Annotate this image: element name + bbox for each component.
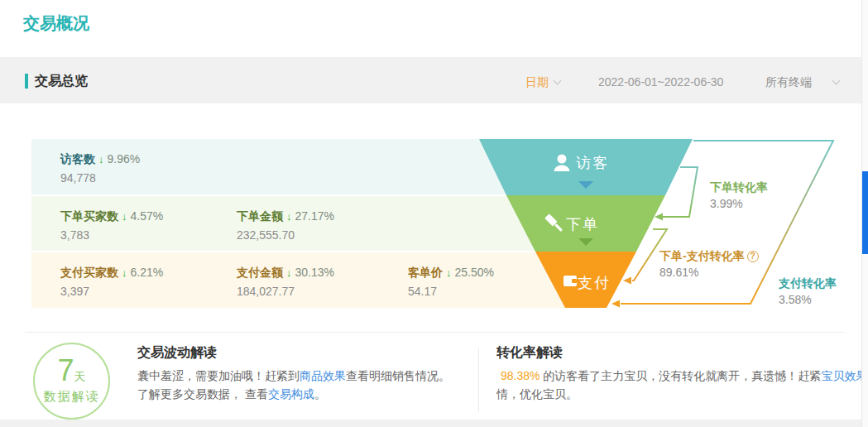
transaction-overview-page: { "page": { "title": "交易概况" }, "icons": … bbox=[0, 0, 868, 427]
scrollbar-thumb[interactable] bbox=[862, 171, 868, 254]
metric-value: 232,555.70 bbox=[237, 227, 334, 243]
bracket-order-conversion bbox=[663, 167, 698, 217]
chevron-down-icon bbox=[832, 77, 841, 85]
arrow-left-icon bbox=[611, 300, 620, 308]
trend-down-icon: ↓ bbox=[122, 210, 127, 223]
metric-order-amount: 下单金额↓27.17% 232,555.70 bbox=[237, 208, 334, 243]
page-title: 交易概况 bbox=[23, 12, 89, 35]
funnel-step-arrow-icon bbox=[578, 238, 593, 246]
badge-unit: 天 bbox=[74, 370, 86, 383]
metric-change: 4.57% bbox=[131, 209, 164, 223]
conversion-value: 3.99% bbox=[710, 195, 768, 212]
text: 了解更多交易数据， 查看 bbox=[137, 387, 268, 401]
vertical-divider bbox=[478, 348, 479, 412]
trend-down-icon: ↓ bbox=[446, 266, 452, 279]
link-product-effect[interactable]: 商品效果 bbox=[300, 369, 346, 382]
section-title: 交易总览 bbox=[35, 73, 88, 90]
metric-change: 9.96% bbox=[108, 152, 141, 166]
text: 。 bbox=[314, 387, 326, 401]
trend-down-icon: ↓ bbox=[286, 210, 292, 223]
conversion-order-pay-rate: 下单-支付转化率? 89.61% bbox=[659, 247, 759, 281]
conversion-order-rate: 下单转化率 3.99% bbox=[710, 179, 768, 212]
text: 的访客看了主力宝贝，没有转化就离开，真遗憾！赶紧 bbox=[540, 369, 821, 382]
arrow-left-icon bbox=[655, 214, 663, 221]
conversion-pay-rate: 支付转化率 3.58% bbox=[779, 275, 837, 308]
metric-label: 下单买家数 bbox=[60, 209, 118, 223]
metric-value: 3,783 bbox=[60, 227, 163, 243]
badge-caption: 数据解读 bbox=[35, 389, 108, 405]
help-icon[interactable]: ? bbox=[747, 251, 759, 262]
link-item-effect[interactable]: 宝贝效果 bbox=[821, 369, 867, 382]
date-range-value[interactable]: 2022-06-01~2022-06-30 bbox=[598, 75, 723, 89]
funnel-stage-label: 支付 bbox=[578, 275, 611, 291]
funnel-step-arrow-icon bbox=[578, 181, 593, 189]
highlight-percentage: 98.38% bbox=[501, 369, 540, 382]
metric-label: 下单金额 bbox=[237, 209, 283, 223]
arrow-left-icon bbox=[623, 277, 631, 285]
metric-label: 客单价 bbox=[408, 266, 443, 279]
insight-left-line2: 了解更多交易数据， 查看交易构成。 bbox=[137, 385, 326, 403]
insight-right-line1: 98.38% 的访客看了主力宝贝，没有转化就离开，真遗憾！赶紧宝贝效果详 bbox=[496, 367, 868, 385]
date-label: 日期 bbox=[525, 75, 549, 89]
section-header-band bbox=[0, 57, 868, 103]
metric-visitors: 访客数↓9.96% 94,778 bbox=[60, 151, 140, 186]
metric-change: 6.21% bbox=[131, 266, 164, 279]
trend-down-icon: ↓ bbox=[98, 153, 104, 166]
metric-pay-amount: 支付金额↓30.13% 184,027.77 bbox=[237, 264, 334, 300]
funnel-stage-label: 访客 bbox=[576, 155, 609, 171]
funnel-stage-label: 下单 bbox=[566, 216, 599, 233]
trend-down-icon: ↓ bbox=[286, 266, 292, 279]
metric-order-buyers: 下单买家数↓4.57% 3,783 bbox=[60, 208, 163, 243]
metric-label: 支付买家数 bbox=[60, 266, 118, 279]
seven-day-badge: 7天 数据解读 bbox=[33, 343, 110, 420]
badge-days: 7 bbox=[57, 353, 74, 387]
date-picker-trigger[interactable]: 日期 bbox=[525, 75, 560, 90]
conversion-label: 下单-支付转化率 bbox=[659, 249, 745, 262]
metric-label: 访客数 bbox=[60, 152, 95, 166]
metric-value: 54.17 bbox=[408, 283, 494, 300]
metric-change: 30.13% bbox=[295, 266, 334, 279]
chevron-down-icon bbox=[554, 77, 562, 85]
metric-value: 94,778 bbox=[60, 170, 140, 186]
metric-avg-order-value: 客单价↓25.50% 54.17 bbox=[408, 264, 494, 300]
text: 查看明细销售情况。 bbox=[346, 369, 450, 382]
link-transaction-composition[interactable]: 交易构成 bbox=[268, 387, 314, 401]
terminal-select[interactable]: 所有终端 bbox=[765, 75, 839, 90]
insight-left-title: 交易波动解读 bbox=[137, 344, 217, 362]
metric-value: 184,027.77 bbox=[237, 283, 334, 300]
insight-right-line2: 情，优化宝贝。 bbox=[496, 385, 578, 403]
text: 囊中羞涩，需要加油哦！赶紧到 bbox=[137, 369, 300, 382]
section-accent-bar bbox=[25, 74, 28, 89]
metric-label: 支付金额 bbox=[237, 266, 283, 279]
trend-down-icon: ↓ bbox=[122, 266, 127, 279]
insight-left-line1: 囊中羞涩，需要加油哦！赶紧到商品效果查看明细销售情况。 bbox=[137, 367, 450, 385]
metric-change: 25.50% bbox=[455, 266, 494, 279]
page-bottom-strip bbox=[0, 420, 868, 427]
metric-value: 3,397 bbox=[60, 283, 163, 300]
conversion-label: 支付转化率 bbox=[779, 275, 837, 291]
terminal-label: 所有终端 bbox=[765, 75, 812, 89]
conversion-label: 下单转化率 bbox=[710, 179, 768, 195]
conversion-value: 3.58% bbox=[779, 291, 837, 308]
conversion-value: 89.61% bbox=[659, 264, 759, 281]
scrollbar-track[interactable] bbox=[861, 0, 868, 427]
horizontal-divider bbox=[25, 332, 844, 333]
insight-right-title: 转化率解读 bbox=[496, 344, 563, 362]
metric-change: 27.17% bbox=[295, 209, 334, 223]
metric-pay-buyers: 支付买家数↓6.21% 3,397 bbox=[60, 264, 163, 300]
